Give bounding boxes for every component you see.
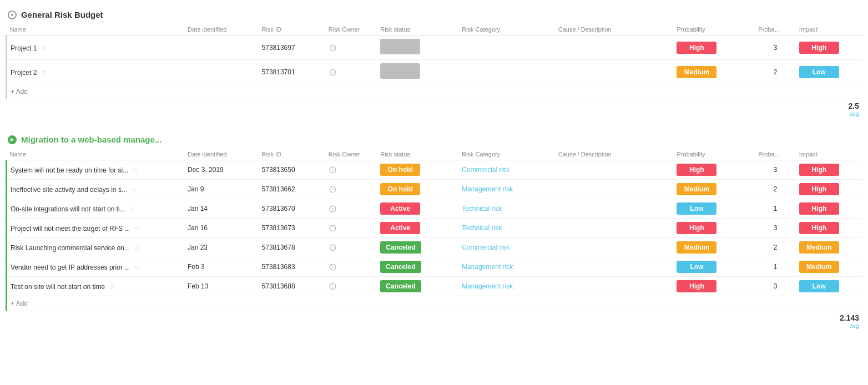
row-cause-description [555, 60, 674, 84]
status-badge: On hold [380, 164, 420, 176]
row-risk-status[interactable]: On hold [377, 160, 458, 180]
avg-display: 2.143avg [6, 311, 862, 331]
row-impact[interactable]: Medium [796, 257, 862, 277]
row-name: System will not be ready on time for si.… [7, 160, 185, 180]
comment-icon[interactable]: ○ [39, 43, 46, 52]
probability-badge: Low [677, 202, 716, 215]
row-risk-status[interactable]: Canceled [377, 257, 458, 277]
row-risk-status[interactable] [377, 36, 458, 60]
row-name: On-site integrations will not start on t… [7, 199, 185, 219]
col-header-causeDescription: Cause / Description [555, 149, 674, 160]
add-row[interactable]: + Add [7, 84, 863, 99]
row-risk-owner[interactable]: ⊙ [325, 199, 377, 219]
col-header-causeDescription: Cause / Description [555, 24, 674, 36]
row-probability-number: 3 [755, 160, 795, 180]
row-risk-status[interactable]: Canceled [377, 277, 458, 296]
risk-category-link[interactable]: Technical risk [462, 224, 502, 232]
row-probability[interactable]: Medium [673, 180, 755, 199]
row-impact[interactable]: High [796, 199, 862, 219]
row-risk-id: 573813701 [259, 60, 325, 84]
risk-category-link[interactable]: Commercial risk [462, 244, 509, 251]
comment-icon[interactable]: ○ [39, 68, 46, 77]
row-probability-number: 3 [755, 219, 795, 238]
row-probability[interactable]: Low [673, 257, 755, 277]
comment-icon[interactable]: ○ [129, 185, 136, 194]
row-risk-owner[interactable]: ⊙ [325, 219, 377, 238]
risk-category-link[interactable]: Management risk [462, 282, 513, 290]
comment-icon[interactable]: ○ [132, 243, 139, 252]
comment-icon[interactable]: ○ [130, 165, 137, 174]
row-risk-owner[interactable]: ⊙ [325, 36, 377, 60]
probability-badge: Medium [677, 241, 716, 254]
row-risk-category [458, 36, 555, 60]
row-impact[interactable]: High [796, 219, 862, 238]
row-probability[interactable]: High [673, 36, 755, 60]
row-risk-status[interactable]: Active [377, 199, 458, 219]
risk-name-text: On-site integrations will not start on t… [11, 205, 125, 213]
row-probability-number: 1 [755, 199, 795, 219]
svg-marker-1 [11, 138, 14, 141]
row-name: Project will not meet the target of RFS … [7, 219, 185, 238]
add-button[interactable]: + Add [7, 84, 863, 99]
row-risk-id: 573813678 [259, 238, 325, 257]
probability-badge: High [677, 222, 716, 234]
section-general-risk-budget: General Risk BudgetNameDate identifiedRi… [6, 6, 862, 119]
add-row[interactable]: + Add [7, 296, 863, 311]
row-probability[interactable]: High [673, 277, 755, 296]
row-risk-status[interactable]: Canceled [377, 238, 458, 257]
comment-icon[interactable]: ○ [132, 262, 139, 271]
row-risk-owner[interactable]: ⊙ [325, 257, 377, 277]
impact-badge: Low [799, 66, 839, 78]
row-risk-status[interactable]: On hold [377, 180, 458, 199]
row-impact[interactable]: High [796, 36, 862, 60]
row-risk-owner[interactable]: ⊙ [325, 238, 377, 257]
row-risk-id: 573813697 [259, 36, 325, 60]
risk-category-link[interactable]: Management risk [462, 263, 513, 271]
comment-icon[interactable]: ○ [128, 204, 134, 213]
table-row: System will not be ready on time for si.… [7, 160, 863, 180]
comment-icon[interactable]: ○ [107, 282, 114, 291]
row-probability[interactable]: Low [673, 199, 755, 219]
row-impact[interactable]: Medium [796, 238, 862, 257]
risk-name-text: Ineffective site activity and delays in … [11, 186, 127, 194]
row-risk-status[interactable]: Active [377, 219, 458, 238]
row-probability-number: 2 [755, 60, 795, 84]
section-toggle-icon[interactable] [8, 11, 17, 19]
risk-name-text: Vendor need to get IP addresses prior ..… [11, 264, 130, 271]
row-probability-number: 3 [755, 277, 795, 296]
risk-category-link[interactable]: Technical risk [462, 205, 502, 212]
col-header-riskCategory: Risk Category [458, 149, 555, 160]
risk-category-link[interactable]: Commercial risk [462, 166, 509, 174]
col-header-name: Name [7, 24, 185, 36]
table-row: Vendor need to get IP addresses prior ..… [7, 257, 863, 277]
row-date: Jan 14 [184, 199, 259, 219]
row-risk-category: Technical risk [458, 199, 555, 219]
row-probability[interactable]: High [673, 160, 755, 180]
row-risk-owner[interactable]: ⊙ [325, 60, 377, 84]
col-header-name: Name [7, 149, 185, 160]
row-risk-owner[interactable]: ⊙ [325, 277, 377, 296]
avg-value: 2.143 [840, 313, 859, 322]
probability-badge: Medium [677, 183, 716, 195]
section-migration-web: Migration to a web-based manage...NameDa… [6, 130, 862, 331]
status-badge: Canceled [380, 261, 421, 273]
row-risk-owner[interactable]: ⊙ [325, 180, 377, 199]
risk-category-link[interactable]: Management risk [462, 185, 513, 193]
row-name: Project 1 ○ [7, 36, 185, 60]
add-button[interactable]: + Add [7, 296, 863, 311]
comment-icon[interactable]: ○ [132, 224, 139, 232]
row-impact[interactable]: High [796, 160, 862, 180]
row-impact[interactable]: Low [796, 277, 862, 296]
avg-display: 2.5avg [6, 99, 862, 119]
col-header-probaNum: Proba... [755, 149, 795, 160]
row-date [184, 60, 259, 84]
row-probability[interactable]: Medium [673, 238, 755, 257]
row-impact[interactable]: Low [796, 60, 862, 84]
section-toggle-icon[interactable] [8, 135, 17, 144]
row-probability[interactable]: Medium [673, 60, 755, 84]
row-impact[interactable]: High [796, 180, 862, 199]
col-header-probability: Probability [673, 149, 755, 160]
row-probability[interactable]: High [673, 219, 755, 238]
row-risk-status[interactable] [377, 60, 458, 84]
row-risk-owner[interactable]: ⊙ [325, 160, 377, 180]
